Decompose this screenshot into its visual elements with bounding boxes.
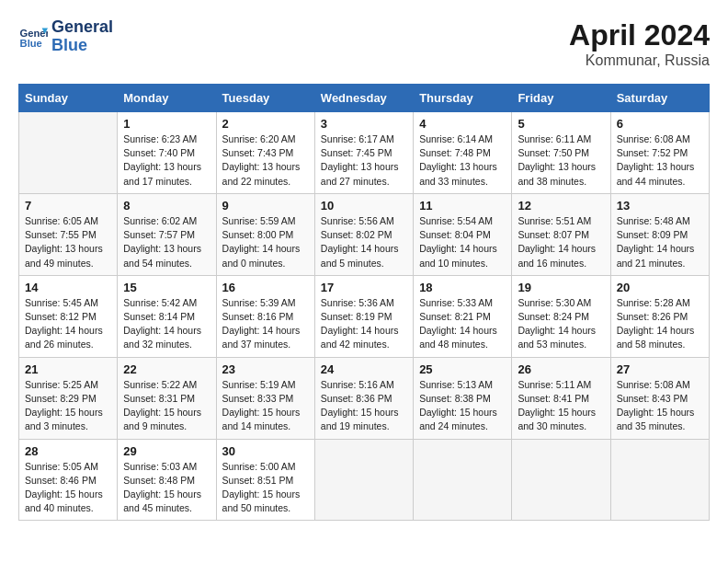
day-info: Sunrise: 5:22 AMSunset: 8:31 PMDaylight:… (123, 378, 210, 434)
day-number: 23 (222, 362, 309, 376)
calendar-cell: 28Sunrise: 5:05 AMSunset: 8:46 PMDayligh… (19, 439, 118, 521)
day-number: 17 (321, 281, 407, 294)
day-number: 21 (25, 362, 111, 376)
calendar-table: SundayMondayTuesdayWednesdayThursdayFrid… (18, 84, 710, 521)
calendar-cell: 2Sunrise: 6:20 AMSunset: 7:43 PMDaylight… (216, 112, 314, 194)
day-info: Sunrise: 5:28 AMSunset: 8:26 PMDaylight:… (617, 296, 703, 352)
calendar-cell: 18Sunrise: 5:33 AMSunset: 8:21 PMDayligh… (414, 275, 512, 357)
calendar-cell: 13Sunrise: 5:48 AMSunset: 8:09 PMDayligh… (610, 193, 709, 275)
day-number: 9 (222, 199, 309, 213)
calendar-cell: 20Sunrise: 5:28 AMSunset: 8:26 PMDayligh… (610, 275, 709, 357)
day-number: 13 (617, 199, 703, 213)
calendar-cell: 7Sunrise: 6:05 AMSunset: 7:55 PMDaylight… (19, 193, 118, 275)
day-info: Sunrise: 6:08 AMSunset: 7:52 PMDaylight:… (617, 132, 703, 189)
day-number: 27 (617, 362, 703, 376)
day-info: Sunrise: 5:16 AMSunset: 8:36 PMDaylight:… (321, 378, 407, 434)
day-info: Sunrise: 5:51 AMSunset: 8:07 PMDaylight:… (518, 214, 604, 270)
day-info: Sunrise: 5:00 AMSunset: 8:51 PMDaylight:… (222, 460, 309, 516)
calendar-cell: 25Sunrise: 5:13 AMSunset: 8:38 PMDayligh… (414, 357, 512, 439)
day-number: 12 (518, 199, 604, 213)
day-info: Sunrise: 5:19 AMSunset: 8:33 PMDaylight:… (222, 378, 309, 434)
calendar-cell: 5Sunrise: 6:11 AMSunset: 7:50 PMDaylight… (512, 112, 610, 194)
day-number: 11 (419, 199, 506, 213)
day-number: 8 (123, 199, 210, 213)
calendar-cell (314, 439, 413, 521)
day-info: Sunrise: 5:13 AMSunset: 8:38 PMDaylight:… (419, 378, 506, 434)
day-number: 15 (123, 281, 210, 294)
calendar-cell: 15Sunrise: 5:42 AMSunset: 8:14 PMDayligh… (118, 275, 216, 357)
day-info: Sunrise: 5:11 AMSunset: 8:41 PMDaylight:… (518, 378, 604, 434)
day-info: Sunrise: 6:11 AMSunset: 7:50 PMDaylight:… (518, 132, 604, 189)
calendar-cell (414, 439, 512, 521)
calendar-cell: 21Sunrise: 5:25 AMSunset: 8:29 PMDayligh… (19, 357, 118, 439)
day-number: 10 (321, 199, 407, 213)
weekday-header-tuesday: Tuesday (216, 85, 314, 112)
calendar-cell: 24Sunrise: 5:16 AMSunset: 8:36 PMDayligh… (314, 357, 413, 439)
calendar-cell: 14Sunrise: 5:45 AMSunset: 8:12 PMDayligh… (19, 275, 118, 357)
day-info: Sunrise: 5:42 AMSunset: 8:14 PMDaylight:… (123, 296, 210, 352)
day-number: 1 (123, 117, 210, 131)
day-info: Sunrise: 5:39 AMSunset: 8:16 PMDaylight:… (222, 296, 309, 352)
logo: General Blue General Blue (18, 18, 113, 55)
day-number: 3 (321, 117, 407, 131)
day-info: Sunrise: 6:02 AMSunset: 7:57 PMDaylight:… (123, 214, 210, 270)
day-info: Sunrise: 5:48 AMSunset: 8:09 PMDaylight:… (617, 214, 703, 270)
day-info: Sunrise: 5:59 AMSunset: 8:00 PMDaylight:… (222, 214, 309, 270)
day-number: 30 (222, 444, 309, 458)
day-number: 24 (321, 362, 407, 376)
day-info: Sunrise: 5:05 AMSunset: 8:46 PMDaylight:… (25, 460, 111, 516)
day-number: 7 (25, 199, 111, 213)
day-info: Sunrise: 5:45 AMSunset: 8:12 PMDaylight:… (25, 296, 111, 352)
day-number: 28 (25, 444, 111, 458)
day-info: Sunrise: 5:33 AMSunset: 8:21 PMDaylight:… (419, 296, 506, 352)
day-number: 18 (419, 281, 506, 294)
day-number: 16 (222, 281, 309, 294)
calendar-cell: 30Sunrise: 5:00 AMSunset: 8:51 PMDayligh… (216, 439, 314, 521)
weekday-header-friday: Friday (512, 85, 610, 112)
calendar-cell: 29Sunrise: 5:03 AMSunset: 8:48 PMDayligh… (118, 439, 216, 521)
day-info: Sunrise: 5:30 AMSunset: 8:24 PMDaylight:… (518, 296, 604, 352)
logo-text: General Blue (51, 18, 113, 55)
calendar-week-2: 7Sunrise: 6:05 AMSunset: 7:55 PMDaylight… (19, 193, 710, 275)
day-number: 19 (518, 281, 604, 294)
day-number: 4 (419, 117, 506, 131)
calendar-cell: 23Sunrise: 5:19 AMSunset: 8:33 PMDayligh… (216, 357, 314, 439)
calendar-cell (610, 439, 709, 521)
title-block: April 2024 Kommunar, Russia (569, 18, 710, 69)
calendar-cell: 12Sunrise: 5:51 AMSunset: 8:07 PMDayligh… (512, 193, 610, 275)
calendar-cell: 9Sunrise: 5:59 AMSunset: 8:00 PMDaylight… (216, 193, 314, 275)
calendar-cell: 22Sunrise: 5:22 AMSunset: 8:31 PMDayligh… (118, 357, 216, 439)
weekday-header-monday: Monday (118, 85, 216, 112)
calendar-cell: 10Sunrise: 5:56 AMSunset: 8:02 PMDayligh… (314, 193, 413, 275)
day-number: 14 (25, 281, 111, 294)
day-info: Sunrise: 6:23 AMSunset: 7:40 PMDaylight:… (123, 132, 210, 189)
calendar-week-3: 14Sunrise: 5:45 AMSunset: 8:12 PMDayligh… (19, 275, 710, 357)
calendar-cell: 6Sunrise: 6:08 AMSunset: 7:52 PMDaylight… (610, 112, 709, 194)
day-number: 5 (518, 117, 604, 131)
calendar-cell: 4Sunrise: 6:14 AMSunset: 7:48 PMDaylight… (414, 112, 512, 194)
calendar-week-5: 28Sunrise: 5:05 AMSunset: 8:46 PMDayligh… (19, 439, 710, 521)
day-info: Sunrise: 6:17 AMSunset: 7:45 PMDaylight:… (321, 132, 407, 189)
day-info: Sunrise: 5:54 AMSunset: 8:04 PMDaylight:… (419, 214, 506, 270)
day-info: Sunrise: 5:25 AMSunset: 8:29 PMDaylight:… (25, 378, 111, 434)
calendar-cell: 16Sunrise: 5:39 AMSunset: 8:16 PMDayligh… (216, 275, 314, 357)
page-title: April 2024 (569, 18, 710, 52)
day-number: 22 (123, 362, 210, 376)
calendar-cell (512, 439, 610, 521)
calendar-cell: 26Sunrise: 5:11 AMSunset: 8:41 PMDayligh… (512, 357, 610, 439)
day-info: Sunrise: 6:14 AMSunset: 7:48 PMDaylight:… (419, 132, 506, 189)
calendar-cell: 3Sunrise: 6:17 AMSunset: 7:45 PMDaylight… (314, 112, 413, 194)
weekday-header-sunday: Sunday (19, 85, 118, 112)
weekday-header-wednesday: Wednesday (314, 85, 413, 112)
day-info: Sunrise: 5:36 AMSunset: 8:19 PMDaylight:… (321, 296, 407, 352)
day-info: Sunrise: 5:08 AMSunset: 8:43 PMDaylight:… (617, 378, 703, 434)
page-header: General Blue General Blue April 2024 Kom… (18, 18, 710, 69)
svg-text:Blue: Blue (20, 38, 42, 49)
calendar-cell: 11Sunrise: 5:54 AMSunset: 8:04 PMDayligh… (414, 193, 512, 275)
day-number: 2 (222, 117, 309, 131)
day-info: Sunrise: 6:05 AMSunset: 7:55 PMDaylight:… (25, 214, 111, 270)
day-number: 20 (617, 281, 703, 294)
calendar-cell: 1Sunrise: 6:23 AMSunset: 7:40 PMDaylight… (118, 112, 216, 194)
day-info: Sunrise: 5:56 AMSunset: 8:02 PMDaylight:… (321, 214, 407, 270)
calendar-cell: 17Sunrise: 5:36 AMSunset: 8:19 PMDayligh… (314, 275, 413, 357)
